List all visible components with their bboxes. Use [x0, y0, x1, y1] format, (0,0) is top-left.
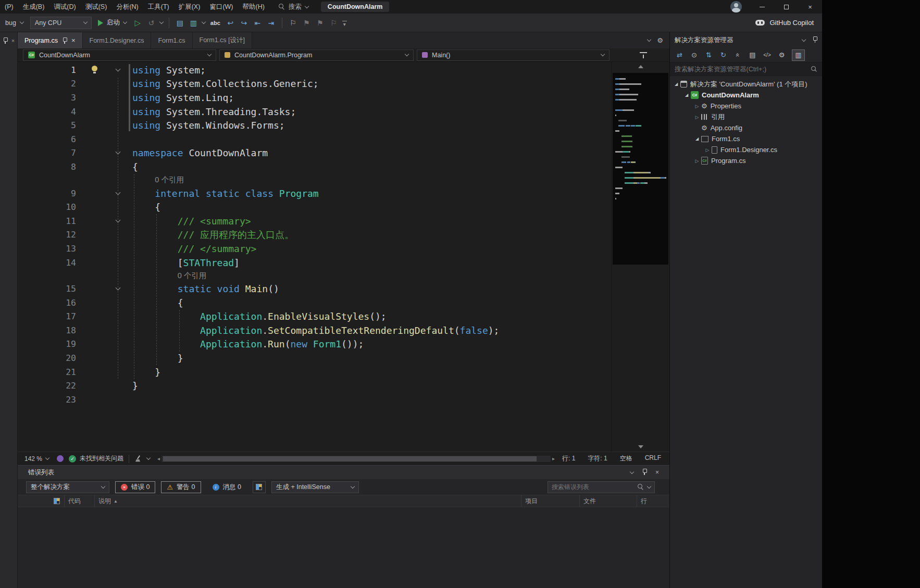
- fold-chevron-icon[interactable]: [116, 66, 121, 71]
- solution-explorer-search[interactable]: [670, 62, 822, 76]
- editor-health-icon[interactable]: [57, 455, 64, 462]
- menu-item-7[interactable]: 窗口(W): [205, 0, 238, 14]
- tab-options-gear-icon[interactable]: ⚙: [657, 36, 663, 44]
- expander-closed-icon[interactable]: ▷: [703, 147, 712, 153]
- column-project[interactable]: 项目: [521, 495, 580, 507]
- show-details-button[interactable]: [253, 481, 266, 493]
- outdent-icon[interactable]: ⇤: [253, 17, 263, 29]
- tree-item-5[interactable]: ◢Form1.cs: [670, 133, 822, 144]
- platform-dropdown[interactable]: Any CPU: [30, 17, 92, 29]
- spell-check-icon[interactable]: abc: [209, 20, 222, 26]
- properties-icon[interactable]: ⚙: [775, 49, 788, 61]
- fold-chevron-icon[interactable]: [116, 149, 121, 155]
- fold-chevron-icon[interactable]: [116, 190, 121, 195]
- close-icon[interactable]: ×: [655, 469, 659, 476]
- minimap[interactable]: [611, 62, 669, 452]
- tab-2[interactable]: Form1.cs: [151, 32, 192, 48]
- codelens-references[interactable]: 0 个引用: [18, 174, 611, 186]
- expander-open-icon[interactable]: ◢: [672, 82, 680, 86]
- tab-0[interactable]: Program.cs×: [18, 32, 83, 48]
- expander-closed-icon[interactable]: ▷: [693, 104, 701, 109]
- zoom-level-dropdown[interactable]: 142 %: [22, 455, 52, 462]
- error-search-input[interactable]: [552, 483, 634, 491]
- minimize-button[interactable]: [750, 0, 774, 14]
- tab-3[interactable]: Form1.cs [设计]: [193, 32, 253, 48]
- expander-closed-icon[interactable]: ▷: [693, 115, 701, 120]
- fold-chevron-icon[interactable]: [116, 285, 121, 291]
- new-file-icon[interactable]: ▤: [175, 17, 185, 29]
- expander-open-icon[interactable]: ◢: [682, 93, 691, 97]
- close-icon[interactable]: ×: [71, 36, 76, 44]
- indent-icon[interactable]: ⇥: [266, 17, 276, 29]
- expander-closed-icon[interactable]: ▷: [693, 158, 701, 164]
- debug-target-dropdown[interactable]: bug: [2, 18, 27, 28]
- line-indicator[interactable]: 行: 1: [562, 454, 575, 463]
- panel-menu-chevron-icon[interactable]: [802, 37, 806, 41]
- expander-open-icon[interactable]: ◢: [693, 136, 701, 141]
- scrollbar-track[interactable]: [161, 456, 551, 462]
- project-dropdown[interactable]: C# CountDownAlarm: [23, 49, 216, 61]
- next-bookmark-icon[interactable]: ⚑: [315, 17, 325, 29]
- hot-reload-icon[interactable]: ↺: [146, 17, 156, 29]
- sync-with-active-document-icon[interactable]: ⇅: [702, 49, 715, 61]
- chevron-down-icon[interactable]: [146, 456, 151, 460]
- char-indicator[interactable]: 字符: 1: [588, 454, 607, 463]
- solution-search-input[interactable]: [675, 66, 808, 73]
- switch-views-icon[interactable]: ⇄: [673, 49, 686, 61]
- fold-chevron-icon[interactable]: [116, 217, 121, 222]
- view-code-icon[interactable]: </>: [761, 49, 774, 61]
- maximize-button[interactable]: [774, 0, 798, 14]
- titlebar-search[interactable]: 搜索: [279, 3, 308, 11]
- scroll-right-icon[interactable]: ▸: [552, 456, 555, 461]
- tree-item-2[interactable]: ▷⚙Properties: [670, 101, 822, 111]
- warnings-filter-button[interactable]: ⚠ 警告 0: [161, 481, 201, 493]
- menu-item-2[interactable]: 调试(D): [49, 0, 80, 14]
- pin-icon[interactable]: [62, 37, 67, 44]
- tree-item-0[interactable]: ◢解决方案 'CountDownAlarm' (1 个项目): [670, 79, 822, 90]
- column-file[interactable]: 文件: [580, 495, 637, 507]
- close-icon[interactable]: ×: [11, 37, 15, 44]
- split-editor-icon[interactable]: [640, 52, 647, 58]
- severity-column[interactable]: [18, 495, 65, 507]
- tree-item-3[interactable]: ▷引用: [670, 111, 822, 122]
- column-line[interactable]: 行: [637, 495, 669, 507]
- navigate-backward-icon[interactable]: ↩: [226, 17, 235, 29]
- pending-changes-icon[interactable]: ⊙: [688, 49, 701, 61]
- menu-item-3[interactable]: 测试(S): [81, 0, 112, 14]
- avatar[interactable]: [730, 1, 742, 12]
- previous-bookmark-icon[interactable]: ⚑: [302, 17, 312, 29]
- clear-bookmarks-icon[interactable]: ⚐: [329, 17, 339, 29]
- tab-1[interactable]: Form1.Designer.cs: [83, 32, 152, 48]
- preview-selected-items-icon[interactable]: ▥: [792, 49, 805, 61]
- build-intellisense-dropdown[interactable]: 生成 + IntelliSense: [271, 481, 359, 493]
- codelens-references[interactable]: 0 个引用: [18, 269, 611, 282]
- error-list-search[interactable]: [548, 481, 655, 493]
- menu-item-1[interactable]: 生成(B): [18, 0, 49, 14]
- toolbar-overflow-icon[interactable]: ▾: [342, 21, 347, 27]
- pin-icon[interactable]: [812, 36, 817, 44]
- panel-menu-chevron-icon[interactable]: [630, 469, 634, 473]
- scope-filter-dropdown[interactable]: 整个解决方案: [26, 481, 109, 493]
- minimap-content[interactable]: [613, 73, 668, 265]
- scrollbar-thumb[interactable]: [163, 456, 537, 461]
- column-code[interactable]: 代码: [65, 495, 95, 507]
- code-cleanup-icon[interactable]: [134, 455, 142, 462]
- github-copilot-button[interactable]: GitHub Copilot: [755, 19, 814, 27]
- space-indicator[interactable]: 空格: [620, 454, 632, 463]
- start-debug-button[interactable]: 启动: [95, 18, 129, 27]
- member-dropdown[interactable]: Main(): [417, 49, 610, 61]
- navigate-forward-icon[interactable]: ↪: [239, 17, 249, 29]
- scroll-up-icon[interactable]: [638, 65, 643, 68]
- show-all-files-icon[interactable]: ▤: [746, 49, 759, 61]
- document-health-button[interactable]: ✓ 未找到相关问题: [69, 454, 123, 463]
- tree-item-7[interactable]: ▷C#Program.cs: [670, 155, 822, 166]
- menu-item-5[interactable]: 工具(T): [143, 0, 174, 14]
- tree-item-6[interactable]: ▷Form1.Designer.cs: [670, 144, 822, 155]
- open-file-icon[interactable]: ▥: [189, 17, 198, 29]
- messages-filter-button[interactable]: i 消息 0: [207, 481, 247, 493]
- chevron-down-icon[interactable]: [202, 20, 206, 24]
- tab-list-chevron-icon[interactable]: [647, 37, 651, 42]
- scroll-down-icon[interactable]: [638, 445, 643, 448]
- scroll-left-icon[interactable]: ◂: [157, 456, 160, 461]
- type-dropdown[interactable]: CountDownAlarm.Program: [219, 49, 414, 61]
